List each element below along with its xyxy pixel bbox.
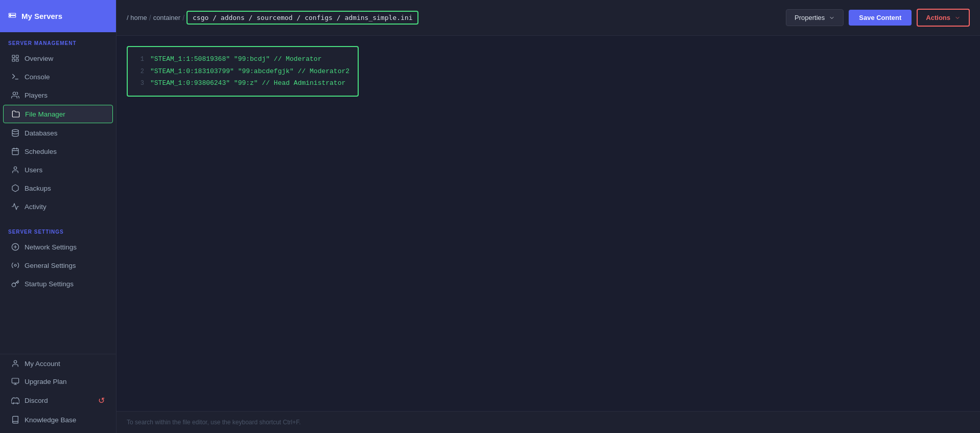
actions-chevron-icon (954, 15, 961, 21)
users-label: Users (25, 166, 42, 174)
save-label: Save Content (859, 14, 901, 21)
toolbar-right: Properties Save Content Actions (786, 9, 970, 27)
server-management-label: SERVER MANAGEMENT (0, 32, 116, 49)
overview-label: Overview (25, 55, 53, 62)
backups-label: Backups (25, 185, 51, 192)
line-number: 3 (136, 78, 144, 89)
sidebar-item-startup[interactable]: Startup Settings (3, 275, 113, 292)
svg-rect-4 (12, 55, 15, 58)
server-settings-label: SERVER SETTINGS (0, 221, 116, 238)
svg-point-19 (14, 264, 16, 266)
sidebar: My Servers SERVER MANAGEMENT Overview Co… (0, 0, 116, 433)
line-number: 2 (136, 66, 144, 78)
discord-icon (11, 397, 19, 405)
code-line: 2"STEAM_1:0:183103799" "99:abcdefgjk" //… (136, 65, 349, 78)
svg-point-15 (14, 167, 16, 169)
properties-label: Properties (795, 14, 825, 21)
svg-point-20 (14, 360, 16, 363)
code-line: 3"STEAM_1:0:93806243" "99:z" // Head Adm… (136, 77, 349, 89)
sidebar-item-general[interactable]: General Settings (3, 257, 113, 274)
sidebar-item-activity[interactable]: Activity (3, 198, 113, 215)
sidebar-item-databases[interactable]: Databases (3, 124, 113, 142)
database-icon (11, 129, 19, 137)
book-icon (11, 416, 19, 424)
schedules-icon (11, 147, 19, 155)
svg-point-9 (13, 92, 15, 95)
upgrade-icon (11, 377, 19, 385)
svg-rect-5 (16, 55, 18, 58)
svg-rect-11 (12, 149, 18, 155)
general-label: General Settings (25, 262, 76, 269)
backups-icon (11, 184, 19, 192)
sidebar-item-my-account[interactable]: My Account (3, 355, 113, 372)
discord-left: Discord (11, 397, 48, 405)
breadcrumb-path[interactable]: csgo / addons / sourcemod / configs / ad… (186, 11, 418, 25)
sidebar-item-file-manager[interactable]: File Manager (3, 105, 113, 123)
line-content: "STEAM_1:0:183103799" "99:abcdefgjk" // … (150, 65, 349, 77)
knowledge-base-label: Knowledge Base (25, 416, 76, 424)
breadcrumb-container: container (153, 14, 180, 21)
sidebar-item-console[interactable]: Console (3, 68, 113, 85)
console-label: Console (25, 73, 50, 81)
sidebar-bottom: My Account Upgrade Plan Discord ↺ (0, 354, 116, 433)
svg-rect-6 (12, 59, 15, 61)
svg-point-3 (10, 16, 10, 16)
my-servers-header[interactable]: My Servers (0, 0, 116, 32)
overview-icon (11, 54, 19, 62)
properties-button[interactable]: Properties (786, 9, 844, 26)
line-content: "STEAM_1:1:50819368" "99:bcdj" // Modera… (150, 53, 321, 65)
save-content-button[interactable]: Save Content (849, 10, 912, 26)
svg-point-2 (10, 14, 10, 14)
sidebar-item-knowledge-base[interactable]: Knowledge Base (3, 411, 113, 428)
main-content: / home / container / csgo / addons / sou… (116, 0, 980, 433)
line-content: "STEAM_1:0:93806243" "99:z" // Head Admi… (150, 77, 345, 89)
sidebar-item-network[interactable]: Network Settings (3, 238, 113, 256)
code-line: 1"STEAM_1:1:50819368" "99:bcdj" // Moder… (136, 53, 349, 65)
schedules-label: Schedules (25, 148, 57, 155)
network-icon (11, 243, 19, 251)
my-servers-title: My Servers (21, 12, 62, 20)
file-manager-label: File Manager (25, 110, 65, 118)
activity-icon (11, 202, 19, 211)
editor-footer: To search within the file editor, use th… (116, 411, 980, 433)
editor-area[interactable]: 1"STEAM_1:1:50819368" "99:bcdj" // Moder… (116, 36, 980, 411)
server-icon (8, 12, 16, 20)
sidebar-item-players[interactable]: Players (3, 86, 113, 104)
startup-label: Startup Settings (25, 280, 74, 288)
breadcrumb-sep1: / (149, 14, 151, 22)
folder-icon (12, 110, 20, 118)
breadcrumb-sep2: / (182, 14, 184, 22)
breadcrumb-home: / home (127, 14, 147, 21)
line-number: 1 (136, 54, 144, 65)
sidebar-item-schedules[interactable]: Schedules (3, 143, 113, 160)
players-label: Players (25, 92, 48, 99)
toolbar: / home / container / csgo / addons / sou… (116, 0, 980, 36)
account-icon (11, 359, 19, 368)
console-icon (11, 73, 19, 81)
sidebar-item-backups[interactable]: Backups (3, 179, 113, 197)
chevron-down-icon (829, 15, 835, 21)
general-icon (11, 261, 19, 269)
discord-label: Discord (25, 397, 48, 404)
discord-badge: ↺ (98, 396, 105, 405)
sidebar-item-users[interactable]: Users (3, 161, 113, 178)
upgrade-label: Upgrade Plan (25, 378, 67, 385)
actions-button[interactable]: Actions (917, 9, 970, 27)
users-icon (11, 166, 19, 174)
breadcrumb: / home / container / csgo / addons / sou… (127, 11, 780, 25)
actions-label: Actions (926, 14, 950, 21)
svg-point-10 (12, 129, 18, 131)
startup-icon (11, 280, 19, 288)
footer-hint: To search within the file editor, use th… (127, 419, 301, 426)
databases-label: Databases (25, 129, 58, 137)
svg-rect-7 (16, 59, 18, 61)
sidebar-item-discord[interactable]: Discord ↺ (3, 391, 113, 411)
activity-label: Activity (25, 203, 46, 211)
svg-rect-21 (12, 378, 18, 383)
code-editor[interactable]: 1"STEAM_1:1:50819368" "99:bcdj" // Moder… (127, 46, 359, 97)
players-icon (11, 91, 19, 99)
my-account-label: My Account (25, 360, 60, 368)
network-label: Network Settings (25, 243, 77, 251)
sidebar-item-overview[interactable]: Overview (3, 50, 113, 67)
sidebar-item-upgrade[interactable]: Upgrade Plan (3, 373, 113, 390)
